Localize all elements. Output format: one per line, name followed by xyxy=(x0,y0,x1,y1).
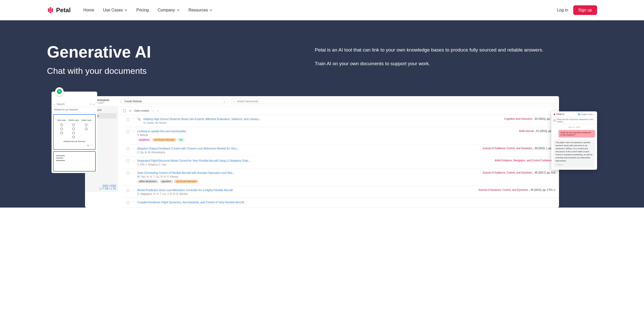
document-row[interactable]: ☆ Model-Predictive Gust Load Alleviation… xyxy=(123,186,559,198)
chat-icon: 💬 xyxy=(553,120,556,122)
petal-logo-icon xyxy=(47,7,54,14)
related-header: Related to our research xyxy=(52,107,97,113)
attachment-icon: 📎 xyxy=(137,117,141,121)
sort-label[interactable]: Date created xyxy=(134,109,149,112)
doc-meta: Journal of Guidance, Control, and Dynami… xyxy=(478,189,555,191)
star-icon[interactable]: ☆ xyxy=(132,147,135,150)
doc-title[interactable]: Integrated Flight/Structural Mode Contro… xyxy=(137,159,492,162)
svg-point-1 xyxy=(50,7,52,9)
chevron-down-icon xyxy=(177,9,180,12)
workspace-selector[interactable]: Cesnik Website ⌄ xyxy=(122,99,228,104)
row-checkbox[interactable] xyxy=(127,118,129,121)
nav-home[interactable]: Home xyxy=(83,8,94,12)
doc-title[interactable]: Gain-Scheduling Control of Flexible Airc… xyxy=(137,171,480,174)
chevron-down-icon xyxy=(209,9,212,12)
ai-icon: ◉ xyxy=(553,113,555,115)
doc-title[interactable]: Adaptive Output-Feedback Control with Cl… xyxy=(137,147,480,150)
sort-icon[interactable]: ≡ xyxy=(129,109,131,112)
svg-point-2 xyxy=(52,8,53,10)
tag[interactable]: affine distribution xyxy=(137,180,159,183)
chat-input-preview[interactable]: 💬 What are the outcomes measured in this… xyxy=(551,117,597,124)
hero-description-1: Petal is an AI tool that can link to you… xyxy=(315,46,597,54)
edit-icon: ✎ xyxy=(57,89,62,94)
svg-point-0 xyxy=(50,9,52,11)
nav-pricing[interactable]: Pricing xyxy=(136,8,149,12)
doc-title[interactable]: Model-Predictive Gust Load Alleviation C… xyxy=(137,189,476,192)
doc-title[interactable]: Looking to update this new functionality xyxy=(137,130,516,133)
tag[interactable]: 1st Round Interview xyxy=(174,180,198,183)
document-row[interactable]: ☆ Integrated Flight/Structural Mode Cont… xyxy=(123,157,559,169)
chat-panel: ◉ Petal AI 🌐 English (US) ⌄ 💬 What are t… xyxy=(551,111,597,170)
row-checkbox[interactable] xyxy=(127,160,129,162)
usage-stats: 5000 / 5000 1.77 GB / 1 TB xyxy=(87,184,116,190)
star-icon[interactable]: ☆ xyxy=(132,130,135,133)
nav-resources[interactable]: Resources xyxy=(189,8,212,12)
user-message: What are the outcomes measured in this r… xyxy=(558,130,595,138)
brand-name: Petal xyxy=(56,7,71,14)
svg-point-6 xyxy=(48,8,50,10)
research-panel: ✎ ⌕ Search × ⤢ Related to our research I… xyxy=(52,92,97,173)
tag[interactable]: academic xyxy=(137,138,151,142)
document-list: ☆ 📎 Helping High School Students Read Li… xyxy=(85,115,559,208)
thumb-icon: ▭ xyxy=(87,144,89,147)
star-icon[interactable]: ☆ xyxy=(132,201,135,204)
doc-authors: Y. Melnyk xyxy=(137,134,516,137)
svg-point-3 xyxy=(52,10,53,12)
chat-language[interactable]: 🌐 English (US) ⌄ xyxy=(578,113,595,115)
doc-meta: Journal of Guidance, Control, and Dynami… xyxy=(483,147,556,150)
doc-meta: Journal of Guidance, Control, and Dynami… xyxy=(482,171,555,174)
star-icon[interactable]: ☆ xyxy=(132,159,135,163)
doc-search[interactable]: ⌕ Search documents xyxy=(231,99,555,104)
more-icon: ⋯ xyxy=(90,144,93,147)
signup-button[interactable]: Sign up xyxy=(573,5,597,15)
doc-authors: S. Levine, W. Horton xyxy=(143,122,502,124)
chat-title: ◉ Petal AI xyxy=(553,113,564,115)
row-checkbox[interactable] xyxy=(127,147,129,150)
star-icon[interactable]: ☆ xyxy=(132,117,135,121)
tag[interactable]: algorithm xyxy=(160,180,173,183)
chevron-down-icon: ⌄ xyxy=(593,113,595,115)
document-app: kaleidoglobe Pro plan ⌄ Cesnik Website ⌄… xyxy=(85,96,559,208)
login-link[interactable]: Log in xyxy=(557,8,568,12)
select-all-checkbox[interactable] xyxy=(123,109,126,112)
close-icon[interactable]: × xyxy=(90,103,92,106)
hero-subtitle: Chat with your documents xyxy=(47,66,295,76)
arrow-down-icon[interactable]: ↓ xyxy=(152,109,154,112)
second-card[interactable]: ▬▬▬▬▬▬▬▬▬▬▬▬▬▬ xyxy=(53,151,96,172)
row-checkbox[interactable] xyxy=(127,201,129,204)
document-row[interactable]: ☆ Gain-Scheduling Control of Flexible Ai… xyxy=(123,169,559,186)
chevron-down-icon: ⌄ xyxy=(223,100,225,103)
doc-title[interactable]: Coupled Nonlinear Flight Dynamics, Aeroe… xyxy=(137,201,552,204)
search-icon: ⌕ xyxy=(54,103,55,106)
mini-search[interactable]: ⌕ Search × ⤢ xyxy=(52,102,97,107)
badge: ✎ xyxy=(55,87,64,96)
tag[interactable]: He xyxy=(177,138,184,142)
brand-logo[interactable]: Petal xyxy=(47,7,71,14)
chat-date: Mar 22, 2023 xyxy=(553,126,595,128)
ann-card[interactable]: Input Layer Hidden Layer Output Layer Ar… xyxy=(53,114,96,150)
doc-toolbar: ≡ Date created ↓ ⫶ xyxy=(85,107,559,115)
doc-authors: W. Fan, H. H. T. Liu, R. H. S. Kwong xyxy=(137,175,480,178)
document-row[interactable]: ☆ Adaptive Output-Feedback Control with … xyxy=(123,144,559,157)
hero-title: Generative AI xyxy=(47,43,295,61)
row-checkbox[interactable] xyxy=(127,130,129,133)
doc-title[interactable]: Helping High School Students Read Like E… xyxy=(143,117,502,121)
doc-authors: S. Haghighat, H. H. T. Liu, J. R. R. A. … xyxy=(137,193,476,195)
document-row[interactable]: ☆ Looking to update this new functionali… xyxy=(123,127,559,144)
chevron-icon: ⌄ xyxy=(120,100,122,103)
nav-company[interactable]: Company xyxy=(158,8,179,12)
hero-description-2: Train AI on your own documents to suppor… xyxy=(315,59,597,68)
nav-use-cases[interactable]: Use Cases xyxy=(103,8,127,12)
star-icon[interactable]: ☆ xyxy=(132,171,135,175)
document-row[interactable]: ☆ 📎 Helping High School Students Read Li… xyxy=(123,115,559,127)
tag[interactable]: 1st Round Interview xyxy=(152,138,177,142)
card-label: Artificial Neural Network xyxy=(56,140,93,143)
row-checkbox[interactable] xyxy=(127,172,129,175)
row-checkbox[interactable] xyxy=(127,189,129,192)
svg-point-5 xyxy=(48,10,50,12)
filter-icon[interactable]: ⫶ xyxy=(157,109,159,112)
chevron-down-icon xyxy=(124,9,127,12)
expand-icon[interactable]: ⤢ xyxy=(93,103,95,106)
star-icon[interactable]: ☆ xyxy=(132,189,135,192)
document-row[interactable]: ☆ Coupled Nonlinear Flight Dynamics, Aer… xyxy=(123,198,559,208)
